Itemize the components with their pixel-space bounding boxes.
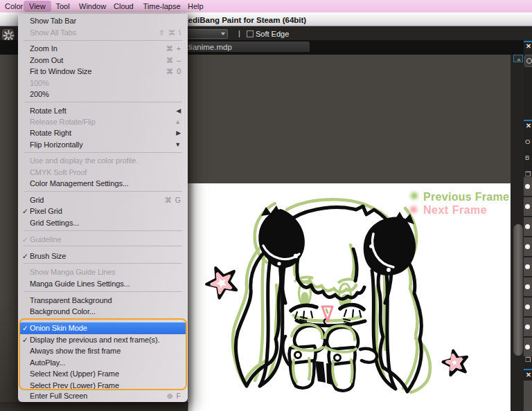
- svg-text:Next Frame: Next Frame: [423, 204, 487, 216]
- svg-text:Previous Frame: Previous Frame: [423, 191, 509, 203]
